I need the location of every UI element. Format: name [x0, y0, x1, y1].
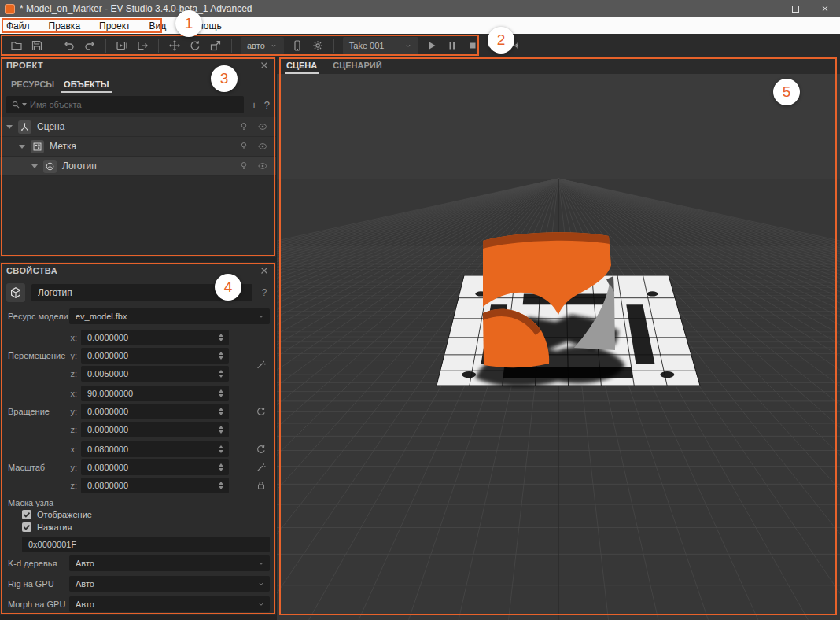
menu-project[interactable]: Проект — [90, 17, 140, 34]
translation-x-field[interactable]: 0.0000000 — [81, 330, 229, 345]
close-icon[interactable] — [259, 60, 270, 71]
redo-icon — [83, 39, 96, 52]
snap-mode-dropdown[interactable]: авто — [241, 37, 284, 54]
maximize-button[interactable] — [780, 0, 810, 17]
tree-item-scene[interactable]: Сцена — [0, 117, 276, 137]
tree-item-logo[interactable]: Логотип — [0, 157, 276, 176]
scale-z-field[interactable]: 0.0800000 — [81, 478, 229, 493]
export-button[interactable] — [132, 36, 153, 55]
node-mask-hex-field[interactable]: 0x0000001F — [22, 537, 270, 552]
scale-x-field[interactable]: 0.0800000 — [81, 441, 229, 457]
spinner[interactable] — [216, 352, 226, 360]
close-icon[interactable] — [259, 265, 270, 276]
close-button[interactable] — [810, 0, 840, 17]
spinner[interactable] — [216, 463, 226, 471]
take-value: Take 001 — [349, 41, 385, 50]
scale-group: Масштаб x: 0.0800000 y: 0.0800000 z: 0.0… — [0, 441, 276, 493]
morph-gpu-select[interactable]: Авто — [69, 596, 270, 612]
expander-icon[interactable] — [19, 145, 25, 149]
scale-tool-button[interactable] — [205, 36, 226, 55]
minimize-button[interactable] — [750, 0, 780, 17]
expander-icon[interactable] — [6, 125, 13, 129]
project-panel: ПРОЕКТ РЕСУРСЫ ОБЪЕКТЫ + ? Сцена Метка — [0, 57, 276, 257]
close-icon — [820, 4, 830, 13]
rotate-tool-button[interactable] — [185, 36, 205, 55]
properties-panel-title: СВОЙСТВА — [6, 266, 57, 275]
play-button[interactable] — [422, 36, 442, 55]
move-tool-button[interactable] — [164, 36, 185, 55]
light-toggle-icon[interactable] — [238, 161, 249, 172]
redo-button[interactable] — [79, 36, 100, 55]
scale-y-field[interactable]: 0.0800000 — [81, 459, 229, 475]
save-icon — [31, 39, 43, 52]
kd-trees-select[interactable]: Авто — [69, 555, 270, 571]
reset-scale-button[interactable] — [256, 444, 267, 455]
menu-file[interactable]: Файл — [0, 17, 39, 34]
chevron-down-icon — [257, 600, 265, 608]
rig-gpu-select[interactable]: Авто — [69, 576, 270, 592]
stop-button[interactable] — [462, 36, 483, 55]
help-button[interactable]: ? — [264, 99, 270, 111]
save-button[interactable] — [27, 36, 47, 55]
spinner[interactable] — [216, 426, 226, 434]
tab-objects[interactable]: ОБЪЕКТЫ — [61, 79, 112, 93]
search-filter-chevron-icon — [22, 103, 27, 106]
spinner[interactable] — [216, 370, 226, 378]
undo-button[interactable] — [59, 36, 79, 55]
rotation-y-field[interactable]: 0.0000000 — [81, 404, 229, 419]
open-project-button[interactable] — [6, 36, 27, 55]
search-input[interactable] — [30, 100, 239, 109]
pick-translation-button[interactable] — [256, 360, 267, 371]
tab-scenario[interactable]: СЦЕНАРИЙ — [331, 61, 383, 74]
visibility-toggle-icon[interactable] — [257, 121, 268, 132]
reset-rotation-button[interactable] — [256, 406, 267, 417]
visibility-toggle-icon[interactable] — [257, 161, 268, 172]
pause-button[interactable] — [442, 36, 462, 55]
display-checkbox-row[interactable]: Отображение — [0, 508, 276, 521]
kd-trees-label: K-d деревья — [6, 559, 69, 568]
translation-z-field[interactable]: 0.0050000 — [81, 366, 229, 382]
scene-3d-view[interactable] — [277, 74, 840, 620]
object-name-input[interactable] — [31, 284, 252, 301]
go-to-end-button[interactable] — [503, 36, 524, 55]
clicks-checkbox-row[interactable]: Нажатия — [0, 521, 276, 533]
loop-button[interactable] — [483, 36, 503, 55]
object-help-button[interactable]: ? — [259, 287, 270, 298]
spinner[interactable] — [216, 445, 226, 453]
gear-icon — [311, 39, 324, 52]
object-search-field[interactable] — [6, 96, 244, 113]
pick-scale-button[interactable] — [256, 462, 267, 473]
light-toggle-icon[interactable] — [238, 121, 249, 132]
clicks-checkbox[interactable] — [22, 522, 31, 532]
spinner[interactable] — [216, 482, 226, 489]
minimize-icon — [761, 9, 769, 9]
take-dropdown[interactable]: Take 001 — [343, 37, 418, 54]
tab-scene[interactable]: СЦЕНА — [285, 61, 319, 74]
device-preview-button[interactable] — [287, 36, 308, 55]
menu-bar: Файл Правка Проект Вид Помощь — [0, 17, 840, 34]
rotation-x-field[interactable]: 90.0000000 — [81, 386, 229, 401]
move-icon — [168, 39, 181, 52]
light-toggle-icon[interactable] — [238, 141, 249, 152]
tab-resources[interactable]: РЕСУРСЫ — [8, 79, 57, 93]
menu-help[interactable]: Помощь — [175, 17, 230, 34]
visibility-toggle-icon[interactable] — [257, 141, 268, 152]
app-logo-icon — [5, 4, 15, 14]
import-button[interactable] — [112, 36, 132, 55]
reset-translation-button[interactable] — [256, 341, 267, 352]
menu-edit[interactable]: Правка — [39, 17, 90, 34]
spinner[interactable] — [216, 408, 226, 415]
spinner[interactable] — [216, 334, 226, 341]
expander-icon[interactable] — [31, 164, 38, 168]
menu-view[interactable]: Вид — [140, 17, 176, 34]
rotation-z-field[interactable]: 0.0000000 — [81, 422, 229, 437]
translation-y-field[interactable]: 0.0000000 — [81, 348, 229, 364]
tree-item-marker[interactable]: Метка — [0, 137, 276, 157]
display-checkbox[interactable] — [22, 510, 31, 519]
spinner[interactable] — [216, 389, 226, 397]
lock-proportions-icon[interactable] — [256, 480, 267, 491]
add-object-button[interactable]: + — [251, 99, 257, 111]
model-resource-select[interactable]: ev_model.fbx — [69, 308, 270, 324]
viewport-panel: СЦЕНА СЦЕНАРИЙ — [277, 57, 840, 620]
settings-button[interactable] — [308, 36, 328, 55]
